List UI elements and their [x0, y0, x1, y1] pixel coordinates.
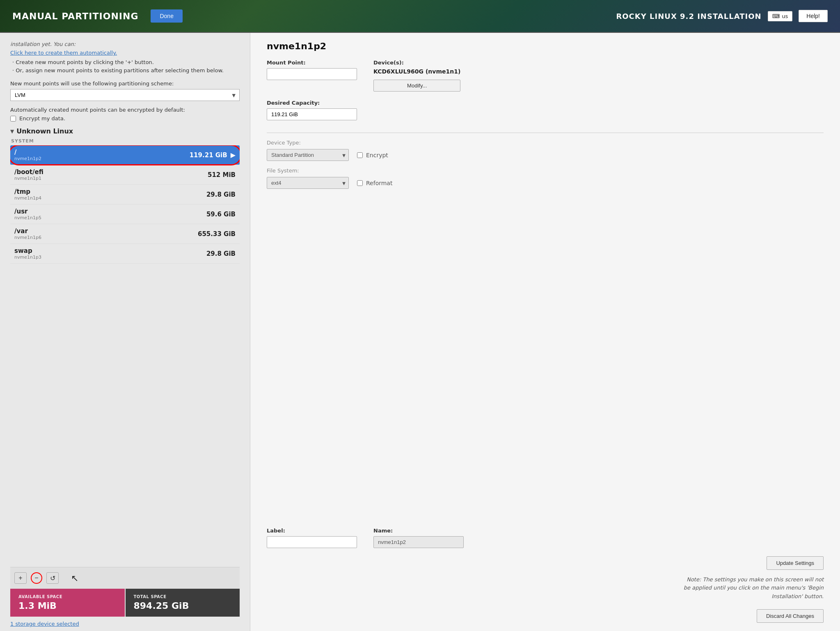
filesystem-row: ext4 xfs swap vfat btrfs ▼ Reformat [267, 177, 824, 189]
discard-button[interactable]: Discard All Changes [757, 609, 824, 623]
add-partition-button[interactable]: + [14, 572, 27, 584]
filesystem-label: File System: [267, 168, 824, 174]
update-settings-row: Update Settings [267, 556, 824, 570]
desired-capacity-label: Desired Capacity: [267, 100, 357, 106]
form-row-capacity: Desired Capacity: [267, 100, 824, 120]
part-size-tmp: 29.8 GiB [206, 191, 236, 198]
part-device-root: nvme1n1p2 [14, 156, 41, 161]
name-field-label: Name: [373, 528, 464, 534]
part-mount-tmp: /tmp [14, 188, 41, 195]
reformat-label: Reformat [366, 180, 392, 186]
keyboard-selector[interactable]: ⌨ us [768, 11, 793, 21]
keyboard-locale: us [782, 13, 788, 19]
device-type-row: Standard Partition LVM LVM Thin Provisio… [267, 149, 824, 161]
remove-partition-button[interactable]: − [31, 572, 42, 584]
mount-point-label: Mount Point: [267, 60, 357, 66]
scheme-select-wrapper: LVM Standard Partition Btrfs ▼ [10, 89, 240, 101]
help-button[interactable]: Help! [799, 10, 828, 22]
device-type-select-wrapper: Standard Partition LVM LVM Thin Provisio… [267, 149, 349, 161]
part-size-root: 119.21 GiB [190, 151, 227, 159]
part-size-usr: 59.6 GiB [206, 211, 236, 218]
bullet1: · Create new mount points by clicking th… [10, 59, 240, 65]
refresh-button[interactable]: ↺ [46, 572, 59, 584]
encrypt-my-data-checkbox[interactable] [10, 116, 16, 122]
scheme-label: New mount points will use the following … [10, 80, 240, 87]
part-right-usr: 59.6 GiB [206, 211, 236, 218]
part-size-swap: 29.8 GiB [206, 250, 236, 257]
available-space-value: 1.3 MiB [18, 601, 117, 611]
spacer [267, 195, 824, 528]
partition-item-var[interactable]: /var nvme1n1p6 655.33 GiB [10, 224, 240, 244]
part-mount-boot-efi: /boot/efi [14, 168, 43, 176]
part-right-swap: 29.8 GiB [206, 250, 236, 257]
part-size-var: 655.33 GiB [198, 230, 236, 238]
done-button[interactable]: Done [151, 9, 182, 23]
device-name-text: KCD6XLUL960G (nvme1n1) [373, 68, 460, 75]
part-mount-swap: swap [14, 247, 41, 255]
reformat-checkbox-row: Reformat [357, 180, 392, 186]
total-space-box: TOTAL SPACE 894.25 GiB [126, 589, 240, 617]
part-left-usr: /usr nvme1n1p5 [14, 208, 41, 220]
total-space-label: TOTAL SPACE [134, 594, 232, 599]
reformat-checkbox[interactable] [357, 180, 363, 186]
modify-button[interactable]: Modify... [373, 80, 460, 92]
partition-list: / nvme1n1p2 119.21 GiB ▶ /boot/efi nvme1… [10, 145, 240, 567]
refresh-icon: ↺ [50, 574, 55, 582]
encrypt-checkbox-row: Encrypt [357, 152, 388, 158]
system-label: SYSTEM [10, 138, 240, 144]
label-name-row: Label: Name: [267, 528, 824, 548]
partition-item-boot-efi[interactable]: /boot/efi nvme1n1p1 512 MiB [10, 165, 240, 185]
partition-item-tmp[interactable]: /tmp nvme1n1p4 29.8 GiB [10, 185, 240, 204]
label-field-label: Label: [267, 528, 357, 534]
part-left-boot-efi: /boot/efi nvme1n1p1 [14, 168, 43, 181]
header-right: ROCKY LINUX 9.2 INSTALLATION ⌨ us Help! [616, 10, 828, 22]
desired-capacity-input[interactable] [267, 108, 357, 120]
main-content: installation yet. You can: Click here to… [0, 33, 840, 631]
name-input[interactable] [373, 536, 464, 548]
filesystem-select-wrapper: ext4 xfs swap vfat btrfs ▼ [267, 177, 349, 189]
devices-label: Device(s): [373, 60, 460, 66]
update-settings-button[interactable]: Update Settings [767, 556, 824, 570]
part-device-var: nvme1n1p6 [14, 235, 41, 240]
part-right-tmp: 29.8 GiB [206, 191, 236, 198]
app-title: MANUAL PARTITIONING [12, 11, 138, 21]
part-left-root: / nvme1n1p2 [14, 149, 41, 161]
devices-group: Device(s): KCD6XLUL960G (nvme1n1) Modify… [373, 60, 460, 92]
part-mount-usr: /usr [14, 208, 41, 215]
encrypt-note: Automatically created mount points can b… [10, 107, 240, 113]
partition-item-swap[interactable]: swap nvme1n1p3 29.8 GiB [10, 244, 240, 264]
scheme-select[interactable]: LVM Standard Partition Btrfs [10, 89, 240, 101]
part-device-tmp: nvme1n1p4 [14, 195, 41, 201]
encrypt-my-data-row: Encrypt my data. [10, 115, 240, 122]
device-type-select[interactable]: Standard Partition LVM LVM Thin Provisio… [267, 149, 349, 161]
partition-title: nvme1n1p2 [267, 41, 824, 51]
label-input[interactable] [267, 536, 357, 548]
partition-item-usr[interactable]: /usr nvme1n1p5 59.6 GiB [10, 204, 240, 224]
note-text: Note: The settings you make on this scre… [267, 576, 824, 601]
storage-device-link[interactable]: 1 storage device selected [10, 617, 240, 631]
part-left-var: /var nvme1n1p6 [14, 227, 41, 240]
device-type-label: Device Type: [267, 140, 824, 146]
available-space-box: AVAILABLE SPACE 1.3 MiB [10, 589, 125, 617]
plus-icon: + [18, 574, 22, 582]
left-panel: installation yet. You can: Click here to… [0, 33, 250, 631]
label-group: Label: [267, 528, 357, 548]
instruction-text: installation yet. You can: [10, 41, 240, 47]
total-space-value: 894.25 GiB [134, 601, 232, 611]
header-left: MANUAL PARTITIONING Done [12, 9, 183, 23]
keyboard-icon: ⌨ [772, 13, 780, 19]
part-device-swap: nvme1n1p3 [14, 255, 41, 260]
auto-create-link[interactable]: Click here to create them automatically. [10, 50, 240, 56]
right-panel: nvme1n1p2 Mount Point: Device(s): KCD6XL… [250, 33, 840, 631]
part-mount-var: /var [14, 227, 41, 235]
mount-point-input[interactable] [267, 68, 357, 80]
partition-item-root[interactable]: / nvme1n1p2 119.21 GiB ▶ [10, 145, 240, 165]
encrypt-checkbox[interactable] [357, 152, 363, 158]
filesystem-select[interactable]: ext4 xfs swap vfat btrfs [267, 177, 349, 189]
top-header: MANUAL PARTITIONING Done ROCKY LINUX 9.2… [0, 0, 840, 33]
part-arrow-root: ▶ [231, 151, 236, 159]
available-space-label: AVAILABLE SPACE [18, 594, 117, 599]
section-heading-text: Unknown Linux [16, 127, 73, 135]
part-device-boot-efi: nvme1n1p1 [14, 176, 43, 181]
part-size-boot-efi: 512 MiB [208, 171, 236, 179]
